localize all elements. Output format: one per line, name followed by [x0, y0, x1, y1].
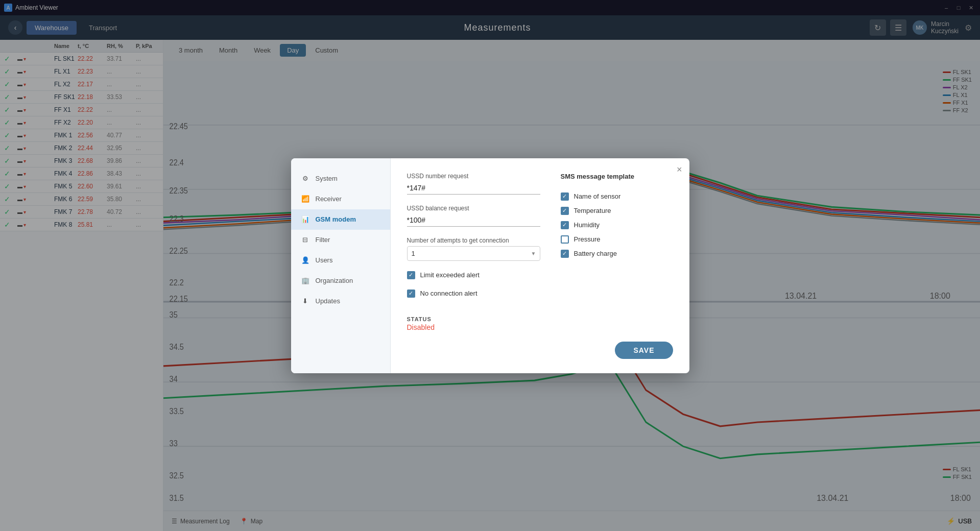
sms-item-checkbox[interactable]: [561, 235, 569, 244]
menu-icon-wifi: 📶: [300, 194, 310, 204]
sms-checkboxes: ✓ Name of sensor ✓ Temperature ✓ Humidit…: [561, 192, 673, 264]
sms-checkbox-row: ✓ Temperature: [561, 207, 673, 215]
modal-footer: SAVE: [407, 331, 673, 359]
attempts-label: Number of attempts to get connection: [407, 237, 540, 244]
sms-item-checkbox[interactable]: ✓: [561, 192, 569, 201]
modal-main-content: USSD number request USSD balance request…: [391, 158, 689, 373]
sms-item-checkbox[interactable]: ✓: [561, 221, 569, 229]
menu-label: Organization: [316, 277, 353, 284]
limit-alert-check-icon: ✓: [409, 272, 413, 278]
ussd-balance-group: USSD balance request: [407, 205, 540, 227]
menu-icon-filter: ⊟: [300, 235, 310, 245]
menu-icon-user: 👤: [300, 255, 310, 266]
sms-checkbox-row: ✓ Name of sensor: [561, 192, 673, 201]
sms-item-label: Temperature: [574, 207, 611, 214]
limit-alert-row: ✓ Limit exceeded alert: [407, 271, 540, 279]
save-button[interactable]: SAVE: [615, 342, 673, 359]
sms-item-label: Pressure: [574, 235, 601, 243]
menu-icon-gear: ⚙: [300, 174, 310, 184]
sms-checkbox-row: ✓ Battery charge: [561, 250, 673, 258]
menu-label: Receiver: [316, 195, 342, 203]
sms-template-title: SMS message template: [561, 173, 673, 180]
sms-item-label: Name of sensor: [574, 192, 621, 200]
modal-overlay[interactable]: × ⚙ System 📶 Receiver 📊 GSM modem ⊟ Filt…: [0, 0, 980, 531]
limit-alert-checkbox[interactable]: ✓: [407, 271, 415, 279]
ussd-balance-label: USSD balance request: [407, 205, 540, 212]
ussd-balance-input[interactable]: [407, 214, 540, 227]
ussd-number-group: USSD number request: [407, 173, 540, 195]
ussd-number-input[interactable]: [407, 182, 540, 195]
check-icon: ✓: [562, 250, 567, 257]
no-connection-label: No connection alert: [420, 289, 477, 297]
modal-menu-item-filter[interactable]: ⊟ Filter: [291, 230, 390, 250]
modal-left: USSD number request USSD balance request…: [407, 173, 540, 331]
modal-right: SMS message template ✓ Name of sensor ✓ …: [561, 173, 673, 331]
check-icon: ✓: [562, 207, 567, 214]
modal-two-col: USSD number request USSD balance request…: [407, 173, 673, 331]
menu-label: System: [316, 175, 338, 182]
modal-menu-item-gsm-modem[interactable]: 📊 GSM modem: [291, 209, 390, 230]
sms-item-checkbox[interactable]: ✓: [561, 250, 569, 258]
modal-menu-item-updates[interactable]: ⬇ Updates: [291, 291, 390, 311]
attempts-select-wrap: 1 2 3 4 5 ▼: [407, 246, 540, 261]
menu-label: Filter: [316, 236, 330, 244]
modal-close-btn[interactable]: ×: [677, 164, 682, 175]
menu-icon-building: 🏢: [300, 276, 310, 286]
menu-icon-download: ⬇: [300, 296, 310, 306]
no-connection-check-icon: ✓: [409, 290, 413, 297]
status-value: Disabled: [407, 323, 540, 331]
settings-modal: × ⚙ System 📶 Receiver 📊 GSM modem ⊟ Filt…: [291, 158, 689, 373]
no-connection-row: ✓ No connection alert: [407, 289, 540, 298]
check-icon: ✓: [562, 222, 567, 228]
status-section: STATUS Disabled: [407, 316, 540, 331]
sms-checkbox-row: Pressure: [561, 235, 673, 244]
modal-sidebar: ⚙ System 📶 Receiver 📊 GSM modem ⊟ Filter…: [291, 158, 391, 373]
menu-icon-signal: 📊: [300, 214, 310, 225]
sms-item-label: Battery charge: [574, 250, 617, 257]
sms-item-checkbox[interactable]: ✓: [561, 207, 569, 215]
attempts-group: Number of attempts to get connection 1 2…: [407, 237, 540, 261]
modal-menu-item-organization[interactable]: 🏢 Organization: [291, 271, 390, 291]
sms-checkbox-row: ✓ Humidity: [561, 221, 673, 229]
attempts-select[interactable]: 1 2 3 4 5: [407, 246, 540, 261]
menu-label: Users: [316, 256, 333, 264]
sms-item-label: Humidity: [574, 221, 600, 229]
modal-menu-item-receiver[interactable]: 📶 Receiver: [291, 189, 390, 209]
modal-menu-item-users[interactable]: 👤 Users: [291, 250, 390, 271]
menu-label: GSM modem: [316, 215, 356, 223]
menu-label: Updates: [316, 297, 340, 305]
status-label: STATUS: [407, 316, 540, 322]
ussd-number-label: USSD number request: [407, 173, 540, 180]
check-icon: ✓: [562, 193, 567, 200]
limit-alert-label: Limit exceeded alert: [420, 271, 480, 279]
no-connection-checkbox[interactable]: ✓: [407, 289, 415, 298]
modal-menu-item-system[interactable]: ⚙ System: [291, 168, 390, 189]
